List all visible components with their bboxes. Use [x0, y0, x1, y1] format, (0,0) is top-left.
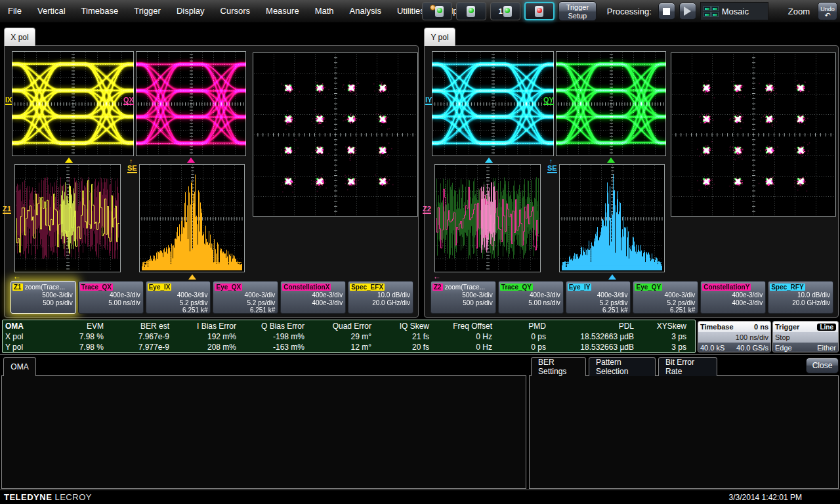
eye-diagram-ix[interactable] [12, 51, 134, 156]
menu-item[interactable]: Math [307, 0, 342, 22]
timebase-descriptor[interactable]: Timebase0 ns 100 ns/div 40.0 kS40.0 GS/s [698, 321, 771, 352]
trace-descriptors-xpol: Z1 zoom(Trace... 500e-3/div 500 ps/div T… [10, 281, 413, 314]
menu-item[interactable]: Vertical [30, 0, 74, 22]
menu-item[interactable]: Measure [258, 0, 307, 22]
trace-label-chip: Trace_QY [500, 284, 533, 291]
column-header: BER est [104, 321, 169, 331]
marker-triangle [485, 158, 493, 163]
processing-label: Processing: [607, 7, 652, 16]
table-cell: 3 ps [634, 342, 686, 352]
trigger-source-badge: Line [817, 324, 836, 331]
menu-item[interactable]: Timebase [74, 0, 127, 22]
trace-descriptor[interactable]: Z1 zoom(Trace... 500e-3/div 500 ps/div [10, 281, 76, 314]
trigger-mode: Stop [775, 333, 790, 341]
table-cell: Y pol [5, 342, 42, 352]
zoom-label: Zoom [788, 7, 810, 16]
trace-descriptor[interactable]: Eye_QY 400e-3/div 5.2 ps/div 6.251 k# [633, 281, 698, 314]
teledyne-lecroy-logo: TELEDYNE LECROY [4, 492, 92, 502]
zoom-trace-z1[interactable] [14, 164, 121, 272]
trace-descriptor[interactable]: Spec_RFY 10.0 dB/div 20.0 GHz/div [768, 281, 833, 314]
table-cell: 18.532663 µdB [546, 331, 634, 342]
mosaic-display-button[interactable]: Mosaic [700, 2, 768, 20]
trace-label-z2: Z2 [423, 205, 431, 214]
table-cell: -163 m% [236, 342, 304, 352]
menu-item[interactable]: Display [169, 0, 213, 22]
timebase-samples: 40.0 kS [700, 344, 724, 352]
eye-diagram-iy[interactable] [432, 51, 554, 156]
close-button[interactable]: Close [806, 358, 839, 373]
trigger-setup-button[interactable]: TriggerSetup [558, 1, 597, 21]
zoom-trace-z2[interactable] [434, 164, 541, 272]
trace-label-ix: IX [5, 96, 12, 105]
menu-item[interactable]: Trigger [126, 0, 169, 22]
table-cell: 192 m% [169, 331, 236, 342]
constellation-y[interactable] [671, 52, 836, 217]
trigger-descriptor[interactable]: TriggerLine Stop EdgeEither [772, 321, 839, 352]
constellation-x[interactable] [253, 52, 418, 217]
trace-descriptor[interactable]: Eye_QX 400e-3/div 5.2 ps/div 6.251 k# [213, 281, 278, 314]
marker-triangle [188, 274, 196, 280]
undo-button[interactable]: Undo↶ [818, 2, 837, 20]
menu-item[interactable]: File [0, 0, 30, 22]
tab-oma[interactable]: OMA [3, 357, 36, 376]
measurement-table-header: OMAEVMBER estI Bias ErrorQ Bias ErrorQua… [5, 321, 692, 331]
processing-play-button[interactable] [679, 3, 696, 20]
trace-descriptor[interactable]: Trace_QY 400e-3/div 5.00 ns/div [498, 281, 564, 314]
column-header: PDL [546, 321, 634, 331]
menu-item[interactable]: Analysis [342, 0, 389, 22]
spectrum-x[interactable] [139, 164, 245, 272]
clock-timestamp: 3/3/2014 1:42:01 PM [729, 493, 802, 502]
timebase-offset: 0 ns [754, 323, 768, 331]
table-cell: 12 m° [304, 342, 371, 352]
trigger-title: Trigger [775, 323, 799, 331]
tab-bit-error-rate[interactable]: Bit Error Rate [658, 357, 717, 376]
trace-label-chip: ConstellationY [702, 284, 751, 291]
tab-pattern-selection[interactable]: Pattern Selection [589, 357, 656, 376]
spectrum-y[interactable] [559, 164, 665, 272]
trigger-auto-button[interactable] [422, 2, 452, 20]
marker-arrow-left: ← [433, 272, 441, 281]
table-cell: 7.98 % [42, 342, 104, 352]
marker-triangle [608, 274, 616, 280]
table-cell: 3 ps [634, 331, 686, 342]
toolbar: 1 TriggerSetup Processing: Mosaic Zoom U… [422, 0, 840, 22]
trace-descriptor[interactable]: ConstellationX 400e-3/div 400e-3/div [280, 281, 346, 314]
column-header: IQ Skew [371, 321, 429, 331]
trigger-single-button[interactable]: 1 [490, 2, 520, 20]
trace-descriptor[interactable]: Eye_IY 400e-3/div 5.2 ps/div 6.251 k# [566, 281, 631, 314]
trace-descriptor[interactable]: Z2 zoom(Trace... 500e-3/div 500 ps/div [430, 281, 496, 314]
trace-label-chip: Trace_QX [80, 284, 113, 291]
table-cell: 7.98 % [42, 331, 104, 342]
column-header: I Bias Error [169, 321, 236, 331]
trace-descriptor[interactable]: ConstellationY 400e-3/div 400e-3/div [700, 281, 766, 314]
trigger-stop-button[interactable] [524, 2, 555, 20]
mosaic-icon [704, 6, 719, 17]
oscilloscope-screen: FileVerticalTimebaseTriggerDisplayCursor… [0, 0, 840, 504]
marker-triangle [187, 158, 195, 163]
processing-stop-button[interactable] [658, 3, 675, 20]
trigger-type: Edge [775, 344, 792, 352]
marker-triangle [607, 158, 615, 163]
table-cell: 0 ps [492, 331, 546, 342]
trace-descriptor[interactable]: Eye_IX 400e-3/div 5.2 ps/div 6.251 k# [146, 281, 211, 314]
timebase-title: Timebase [700, 323, 734, 331]
trace-descriptor[interactable]: Spec_EFX 10.0 dB/div 20.0 GHz/div [348, 281, 413, 314]
trace-label-iy: IY [425, 96, 432, 105]
table-cell: 29 m° [304, 331, 371, 342]
table-cell: 20 fs [371, 342, 429, 352]
tab-x-pol[interactable]: X pol [4, 28, 35, 46]
trace-descriptor[interactable]: Trace_QX 400e-3/div 5.00 ns/div [78, 281, 144, 314]
eye-diagram-qy[interactable] [556, 51, 666, 156]
menu-item[interactable]: Cursors [213, 0, 259, 22]
trace-label-chip: Eye_QX [215, 284, 242, 291]
trace-label-chip: Z2 [432, 284, 443, 291]
column-header: EVM [42, 321, 104, 331]
eye-diagram-qx[interactable] [136, 51, 246, 156]
oma-dialog [1, 375, 526, 489]
trigger-normal-button[interactable] [456, 2, 486, 20]
tab-y-pol[interactable]: Y pol [424, 28, 455, 46]
column-header: Quad Error [304, 321, 371, 331]
tab-ber-settings[interactable]: BER Settings [531, 357, 586, 376]
trace-label-z1: Z1 [3, 205, 11, 214]
measurement-table: OMAEVMBER estI Bias ErrorQ Bias ErrorQua… [2, 320, 696, 353]
